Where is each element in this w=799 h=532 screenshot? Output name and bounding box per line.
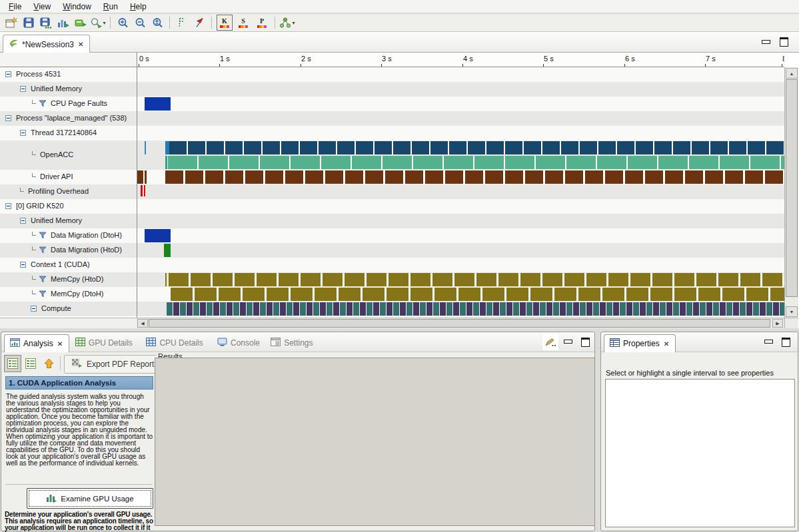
close-icon[interactable]: ✕ [57, 340, 63, 348]
dropdown-caret-icon[interactable]: ▾ [292, 20, 295, 26]
maximize-view-button[interactable] [780, 37, 788, 47]
save-all-icon[interactable] [37, 15, 55, 31]
marker-flag-icon[interactable] [191, 15, 208, 31]
filter-icon[interactable] [39, 232, 47, 241]
expand-collapse-icon[interactable] [20, 86, 26, 92]
tab-newsession3[interactable]: *NewSession3 ✕ [3, 35, 90, 53]
marker-start-icon[interactable] [173, 15, 191, 31]
timeline-row-memcpy-dtoh[interactable]: MemCpy (DtoH) [0, 287, 137, 302]
timeline-row-0-grid-k520[interactable]: [0] GRID K520 [0, 199, 137, 214]
view-menu-pencil-icon[interactable] [542, 334, 558, 350]
timeline-row-data-migration-dtoh-lane[interactable] [137, 228, 784, 243]
interval-bar[interactable] [145, 229, 171, 242]
timeline-row-data-migration-htod-lane[interactable] [137, 243, 784, 258]
vscroll-thumb[interactable] [786, 79, 798, 297]
interval-bar[interactable] [165, 170, 784, 184]
expand-collapse-icon[interactable] [20, 130, 26, 136]
interval-bar[interactable] [145, 170, 147, 184]
scroll-right-button[interactable]: ▶ [772, 319, 783, 328]
timeline-row-thread-3172140864[interactable]: Thread 3172140864 [0, 126, 137, 140]
minimize-view-button[interactable] [762, 40, 770, 44]
tab-gpu-details[interactable]: GPU Details [70, 334, 138, 352]
filter-icon[interactable] [39, 100, 47, 109]
menu-file[interactable]: File [3, 1, 27, 13]
menu-help[interactable]: Help [124, 1, 153, 13]
back-up-analysis-button[interactable] [40, 355, 57, 372]
scroll-left-button[interactable]: ◀ [137, 319, 148, 328]
timeline-row-driver-api-lane[interactable] [137, 170, 784, 184]
filter-icon[interactable] [39, 276, 47, 285]
timeline-row-unified-memory[interactable]: Unified Memory [0, 214, 137, 228]
expand-collapse-icon[interactable] [20, 218, 26, 224]
expand-collapse-icon[interactable] [5, 71, 11, 77]
timeline-row-process-4531-lane[interactable] [137, 67, 784, 82]
interval-bar[interactable] [164, 244, 171, 257]
examine-gpu-usage-button[interactable]: Examine GPU Usage [27, 488, 153, 509]
tab-cpu-details[interactable]: CPU Details [141, 334, 208, 352]
expand-collapse-icon[interactable] [20, 262, 26, 268]
expand-collapse-icon[interactable] [5, 203, 11, 209]
timeline-row-memcpy-htod[interactable]: MemCpy (HtoD) [0, 272, 137, 287]
interval-bar[interactable] [165, 156, 167, 169]
timeline-row-data-migration-htod[interactable]: Data Migration (HtoD) [0, 243, 137, 258]
interval-bar[interactable] [145, 97, 171, 111]
interval-bar[interactable] [169, 273, 784, 286]
interval-bar[interactable] [171, 288, 784, 301]
timeline-row-compute-lane[interactable] [137, 302, 784, 316]
close-icon[interactable]: ✕ [77, 41, 84, 48]
kernel-coloring-button[interactable]: K [217, 15, 233, 31]
dropdown-caret-icon[interactable]: ▾ [103, 20, 105, 26]
timeline-row-context-1-cuda-lane[interactable] [137, 258, 784, 272]
profile-application-icon[interactable] [55, 15, 72, 31]
menu-window[interactable]: Window [57, 1, 97, 13]
horizontal-scrollbar[interactable]: ◀ ▶ [137, 318, 784, 328]
scroll-down-button[interactable]: ▼ [786, 306, 798, 317]
zoom-fit-icon[interactable] [149, 15, 166, 31]
time-ruler[interactable]: 0 s1 s2 s3 s4 s5 s6 s7 s8 [137, 53, 784, 67]
maximize-panel-button[interactable] [782, 338, 790, 347]
tab-properties[interactable]: Properties ✕ [604, 334, 676, 352]
zoom-out-icon[interactable] [131, 15, 149, 31]
tab-settings[interactable]: Settings [265, 334, 318, 352]
interval-bar[interactable] [167, 302, 784, 316]
tab-analysis[interactable]: Analysis✕ [4, 334, 69, 352]
save-icon[interactable] [20, 15, 37, 31]
timeline-row-process-laplace-managed-538-lane[interactable] [137, 111, 784, 126]
interval-bar[interactable] [169, 141, 784, 154]
timeline-row-openacc-lane[interactable] [137, 140, 784, 170]
zoom-in-icon[interactable] [114, 15, 131, 31]
timeline-row-0-grid-k520-lane[interactable] [137, 199, 784, 214]
new-session-icon[interactable] [3, 15, 20, 31]
timeline-row-context-1-cuda[interactable]: Context 1 (CUDA) [0, 258, 137, 272]
timeline-row-data-migration-dtoh[interactable]: Data Migration (DtoH) [0, 228, 137, 243]
show-timeline-icon[interactable] [72, 15, 89, 31]
process-coloring-button[interactable]: P [254, 15, 270, 31]
guided-analysis-mode-button[interactable] [4, 355, 21, 372]
interval-bar[interactable] [168, 156, 784, 169]
expand-collapse-icon[interactable] [31, 306, 37, 312]
timeline-row-process-laplace-managed-538[interactable]: Process "laplace_managed" (538) [0, 111, 137, 126]
tab-console[interactable]: Console [212, 334, 265, 352]
unguided-analysis-mode-button[interactable] [22, 355, 39, 372]
timeline-row-openacc[interactable]: OpenACC [0, 140, 137, 170]
interval-bar[interactable] [144, 185, 145, 196]
expand-collapse-icon[interactable] [5, 115, 11, 121]
filter-icon[interactable] [39, 246, 47, 256]
timeline-canvas[interactable] [137, 67, 784, 318]
timeline-row-unified-memory[interactable]: Unified Memory [0, 82, 137, 97]
timeline-row-process-4531[interactable]: Process 4531 [0, 67, 137, 82]
timeline-row-thread-3172140864-lane[interactable] [137, 126, 784, 140]
analysis-tree-icon[interactable]: ▾ [279, 15, 296, 31]
timeline-row-profiling-overhead-lane[interactable] [137, 184, 784, 199]
search-icon[interactable]: ▾ [89, 15, 107, 31]
minimize-panel-button[interactable] [564, 340, 572, 344]
timeline-row-cpu-page-faults-lane[interactable] [137, 97, 784, 111]
scroll-up-button[interactable]: ▲ [786, 68, 798, 79]
interval-bar[interactable] [165, 273, 167, 286]
timeline-row-driver-api[interactable]: Driver API [0, 170, 137, 184]
export-pdf-report-button[interactable]: Export PDF Report [64, 355, 161, 374]
hscroll-thumb[interactable] [149, 319, 770, 328]
vertical-scrollbar[interactable]: ▲ ▼ [784, 67, 798, 318]
stream-coloring-button[interactable]: S [235, 15, 251, 31]
interval-bar[interactable] [145, 141, 146, 154]
